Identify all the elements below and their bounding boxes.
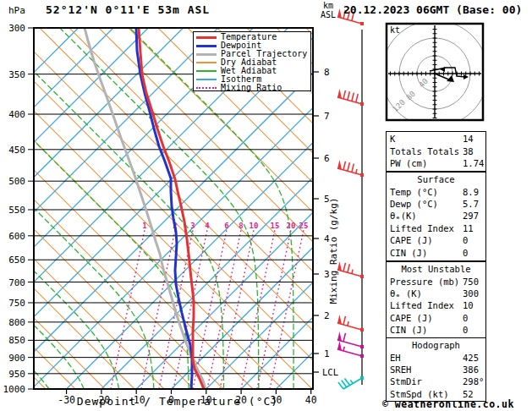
mixing-ratio-value-label: 4 <box>205 222 210 230</box>
barb-pennant <box>337 89 342 98</box>
barb-half <box>343 347 344 351</box>
legend-swatch <box>196 87 217 89</box>
stat-label: CAPE (J) <box>390 313 463 323</box>
stat-value: 0 <box>463 325 468 335</box>
legend-item: Mixing Ratio <box>196 84 310 92</box>
table-row: Temp (°C)8.9 <box>387 185 485 197</box>
stat-value: 0 <box>463 313 468 323</box>
wind-barb <box>337 89 364 106</box>
legend-swatch <box>196 79 217 80</box>
stat-label: Pressure (mb) <box>390 277 463 287</box>
stat-label: StmDir <box>390 376 463 386</box>
pressure-tick-label: 550 <box>8 205 25 216</box>
mixing-ratio-value-label: 8 <box>239 222 243 230</box>
sounding-layer <box>85 28 206 389</box>
barb-full <box>343 263 346 271</box>
hodograph-layer: 4080120 <box>381 20 488 127</box>
stat-label: θₑ(K) <box>390 211 463 221</box>
barb-full <box>348 264 350 272</box>
km-tick-label: 7 <box>324 111 330 122</box>
table-row: θₑ (K)300 <box>387 288 485 299</box>
stats-section-header: Most Unstable <box>387 263 485 275</box>
table-row: CIN (J)0 <box>387 246 485 258</box>
pressure-tick-label: 800 <box>8 317 25 328</box>
table-row: CAPE (J)0 <box>387 234 485 246</box>
stats-box: K14Totals Totals38PW (cm)1.74 <box>386 131 486 172</box>
barb-full <box>348 162 350 171</box>
stat-value: 300 <box>463 288 479 299</box>
wind-barb <box>337 261 364 278</box>
hodograph-ring-label: 80 <box>404 90 417 102</box>
station-title: 52°12'N 0°11'E 53m ASL <box>46 3 210 16</box>
legend-swatch <box>196 36 217 39</box>
legend: TemperatureDewpointParcel TrajectoryDry … <box>193 31 311 91</box>
stats-box: HodographEH425SREH386StmDir298°StmSpd (k… <box>386 337 486 402</box>
barb-full <box>338 382 343 389</box>
table-row: StmDir298° <box>387 375 485 387</box>
mixing-ratio-value-label: 25 <box>299 222 309 230</box>
stats-section-header: Hodograph <box>387 339 485 351</box>
stat-value: 298° <box>463 376 484 386</box>
mixing-ratio-value-label: 1 <box>142 222 146 230</box>
stat-label: EH <box>390 353 463 363</box>
stat-label: Temp (°C) <box>390 187 463 197</box>
hodograph-ring-label: 120 <box>391 98 407 114</box>
stat-label: StmSpd (kt) <box>390 389 463 399</box>
pressure-tick-label: 700 <box>8 277 25 288</box>
barb-full <box>352 93 354 101</box>
barb-pennant <box>337 8 342 18</box>
pressure-tick-label: 750 <box>8 298 25 309</box>
stat-value: 386 <box>463 364 479 375</box>
stats-box: SurfaceTemp (°C)8.9Dewp (°C)5.7θₑ(K)297L… <box>386 172 486 261</box>
barb-full <box>343 333 346 342</box>
pressure-tick-label: 1000 <box>3 384 26 395</box>
pressure-tick-label: 650 <box>8 255 25 266</box>
barb-stem <box>337 349 362 356</box>
barb-pennant <box>337 341 342 350</box>
stat-label: Lifted Index <box>390 300 463 310</box>
barb-stem <box>337 270 362 277</box>
barb-half <box>348 321 348 326</box>
stat-value: 0 <box>463 235 468 245</box>
stat-value: 1.74 <box>463 158 484 168</box>
barb-full <box>343 162 346 170</box>
barb-half <box>350 380 353 383</box>
mixing-ratio-line <box>270 230 304 389</box>
stat-value: 5.7 <box>463 199 479 209</box>
table-row: CIN (J)0 <box>387 324 485 336</box>
wind-barb <box>337 315 364 332</box>
barb-half <box>356 169 357 173</box>
mixing-ratio-axis-label: Mixing Ratio (g/kg) <box>328 167 339 336</box>
table-row: EH425 <box>387 351 485 363</box>
barb-station-dot <box>360 22 364 25</box>
pressure-unit-label: hPa <box>8 5 25 16</box>
stat-value: 52 <box>463 389 474 399</box>
barb-full <box>344 379 349 386</box>
barb-full <box>352 164 354 173</box>
mixing-ratio-value-label: 15 <box>271 222 280 230</box>
table-row: K14 <box>387 133 485 145</box>
stat-value: 8.9 <box>463 187 479 197</box>
pressure-tick-label: 400 <box>8 109 25 120</box>
km-tick-label: 1 <box>324 348 330 359</box>
skewt-sounding-page: 1234681015202530035040045050055060065070… <box>0 0 532 411</box>
barb-stem <box>337 323 362 330</box>
stat-value: 38 <box>463 146 474 156</box>
stat-label: Lifted Index <box>390 223 463 233</box>
legend-swatch <box>196 45 217 47</box>
stat-label: Dewp (°C) <box>390 199 463 209</box>
stat-label: K <box>390 134 463 144</box>
table-row: PW (cm)1.74 <box>387 157 485 169</box>
pressure-tick-label: 450 <box>8 145 25 156</box>
barb-full <box>356 94 359 102</box>
barb-station-dot <box>360 376 364 380</box>
table-row: Lifted Index11 <box>387 222 485 234</box>
barb-full <box>348 91 350 100</box>
hodograph-ring-label: 40 <box>417 77 430 90</box>
barb-full <box>342 381 347 387</box>
table-row: Pressure (mb)750 <box>387 275 485 287</box>
stats-header-label: Most Unstable <box>401 264 470 274</box>
table-row: Dewp (°C)5.7 <box>387 198 485 210</box>
stat-label: Totals Totals <box>390 146 463 156</box>
barb-station-dot <box>360 345 364 348</box>
